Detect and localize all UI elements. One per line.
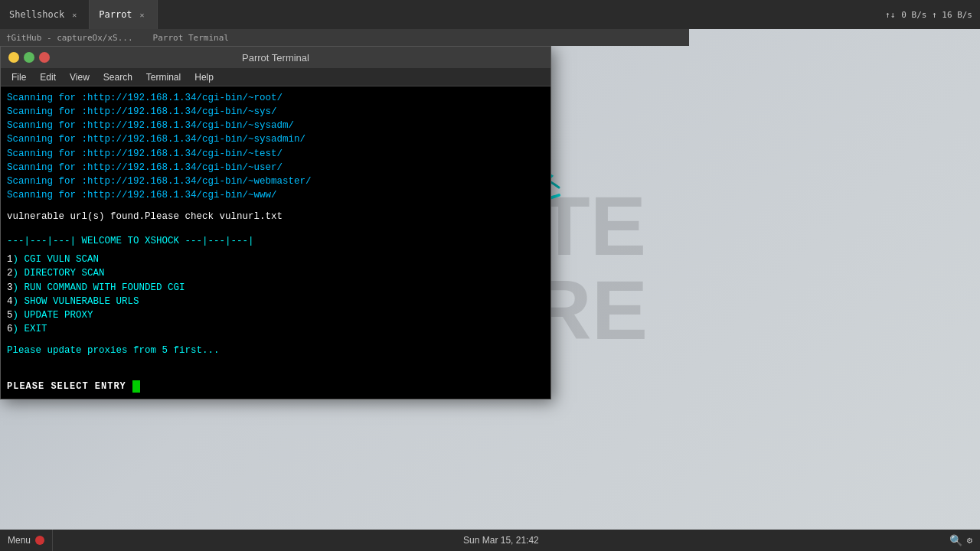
- proxy-message: Please update proxies from 5 first...: [7, 344, 544, 357]
- parrot-terminal-label: Parrot Terminal: [153, 33, 229, 43]
- tab-parrot-close[interactable]: ✕: [137, 9, 148, 20]
- tab-parrot[interactable]: Parrot ✕: [90, 0, 157, 29]
- menu-option-3: 4) SHOW VULNERABLE URLS: [7, 295, 544, 308]
- network-speed: 0 B/s ↑ 16 B/s: [901, 10, 972, 20]
- menu-edit[interactable]: Edit: [34, 70, 62, 84]
- menu-label: Menu: [8, 535, 31, 546]
- terminal-menu: File Edit View Search Terminal Help: [1, 68, 550, 86]
- terminal-title: Parrot Terminal: [242, 52, 309, 64]
- menu-file[interactable]: File: [5, 70, 32, 84]
- minimize-button[interactable]: [8, 52, 19, 63]
- tab-shellshock-label: Shellshock: [9, 9, 64, 20]
- terminal-content: Scanning for :http://192.168.1.34/cgi-bi…: [1, 86, 550, 377]
- titlebar-buttons: [8, 52, 50, 63]
- tab-shellshock[interactable]: Shellshock ✕: [0, 0, 90, 29]
- tab-shellshock-close[interactable]: ✕: [69, 9, 80, 20]
- close-button[interactable]: [39, 52, 50, 63]
- bottom-menu-button[interactable]: Menu: [0, 530, 53, 551]
- terminal-titlebar: Parrot Terminal: [1, 47, 550, 68]
- terminal-window: Parrot Terminal File Edit View Search Te…: [0, 46, 551, 399]
- terminal-cursor: [132, 380, 140, 393]
- taskbar-top-right: ↑↓ 0 B/s ↑ 16 B/s: [885, 10, 980, 20]
- prompt-text: PLEASE SELECT ENTRY: [7, 381, 126, 392]
- scan-line-3: Scanning for :http://192.168.1.34/cgi-bi…: [7, 132, 544, 146]
- scan-line-2: Scanning for :http://192.168.1.34/cgi-bi…: [7, 119, 544, 132]
- terminal-footer: PLEASE SELECT ENTRY: [1, 377, 550, 399]
- vuln-message: vulnerable url(s) found.Please check vul…: [7, 210, 544, 223]
- desktop: YOU CREATE FUTURE Shellshock ✕ Parrot ✕ …: [0, 0, 980, 551]
- url-bar-area: †GitHub - captureOx/xS... Parrot Termina…: [0, 29, 689, 46]
- scan-line-0: Scanning for :http://192.168.1.34/cgi-bi…: [7, 91, 544, 105]
- menu-option-5: 6) EXIT: [7, 322, 544, 336]
- scan-line-4: Scanning for :http://192.168.1.34/cgi-bi…: [7, 147, 544, 161]
- network-up-icon: ↑↓: [885, 10, 895, 20]
- menu-option-1: 2) DIRECTORY SCAN: [7, 266, 544, 280]
- menu-option-2: 3) RUN COMMAND WITH FOUNDED CGI: [7, 281, 544, 295]
- menu-help[interactable]: Help: [188, 70, 220, 84]
- bottom-clock: Sun Mar 15, 21:42: [463, 535, 539, 546]
- welcome-line: ---|---|---| WELCOME TO XSHOCK ---|---|-…: [7, 234, 544, 248]
- github-label: †GitHub - captureOx/xS...: [6, 33, 133, 43]
- bottom-settings-icon[interactable]: ⚙: [967, 535, 972, 546]
- taskbar-bottom: Menu Sun Mar 15, 21:42 🔍 ⚙: [0, 530, 980, 551]
- menu-terminal[interactable]: Terminal: [140, 70, 187, 84]
- menu-option-0: 1) CGI VULN SCAN: [7, 253, 544, 266]
- scan-line-7: Scanning for :http://192.168.1.34/cgi-bi…: [7, 188, 544, 202]
- scan-line-1: Scanning for :http://192.168.1.34/cgi-bi…: [7, 105, 544, 119]
- menu-search[interactable]: Search: [97, 70, 139, 84]
- taskbar-top: Shellshock ✕ Parrot ✕ ↑↓ 0 B/s ↑ 16 B/s: [0, 0, 980, 29]
- scan-line-6: Scanning for :http://192.168.1.34/cgi-bi…: [7, 174, 544, 188]
- tab-parrot-label: Parrot: [99, 9, 132, 20]
- maximize-button[interactable]: [24, 52, 34, 63]
- menu-dot: [35, 536, 44, 545]
- search-icon[interactable]: 🔍: [949, 534, 962, 546]
- scan-line-5: Scanning for :http://192.168.1.34/cgi-bi…: [7, 161, 544, 174]
- menu-view[interactable]: View: [64, 70, 96, 84]
- menu-option-4: 5) UPDATE PROXY: [7, 308, 544, 322]
- bottom-right-icons: 🔍 ⚙: [949, 534, 980, 546]
